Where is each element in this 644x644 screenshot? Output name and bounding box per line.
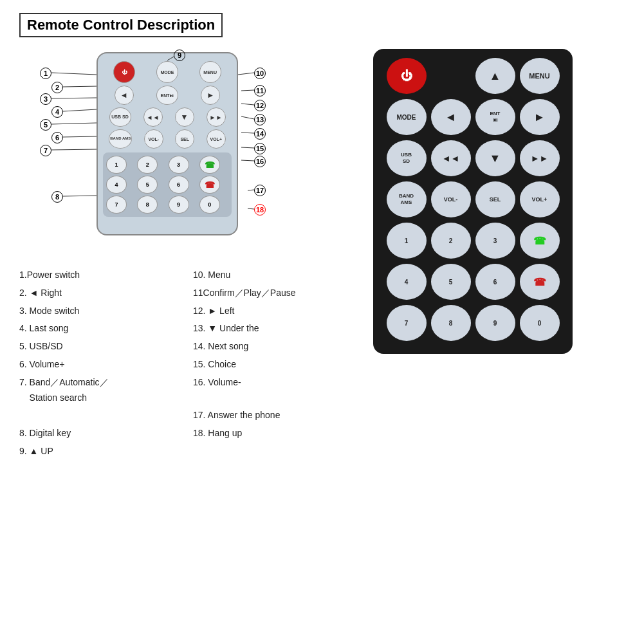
diagram-btn-5[interactable]: 5: [137, 176, 158, 194]
desc-15: 15. Choice: [193, 357, 354, 373]
real-btn-0[interactable]: 0: [520, 305, 560, 341]
diagram-volplus-btn[interactable]: VOL+: [207, 129, 226, 149]
real-sel-btn[interactable]: SEL: [475, 181, 515, 217]
diagram-btn-4[interactable]: 4: [106, 176, 127, 194]
real-answer-btn[interactable]: ☎: [520, 223, 560, 259]
callout-6: 6: [51, 131, 63, 143]
diagram-btn-6[interactable]: 6: [169, 176, 189, 194]
diagram-volminus-btn[interactable]: VOL-: [144, 129, 163, 149]
diagram-btn-8[interactable]: 8: [137, 196, 158, 214]
remote-row-3: USBSD ◄◄ ▼ ►►: [381, 140, 565, 176]
desc-17: 17. Answer the phone: [193, 408, 354, 423]
callout-8: 8: [51, 190, 63, 203]
diagram-right-btn[interactable]: ►: [201, 86, 220, 105]
left-section: ⏻ MODE MENU ◄ ENT⏯ ► USB SD ◄◄ ▼: [19, 49, 354, 459]
callout-10: 10: [254, 67, 266, 79]
descriptions: 1.Power switch 10. Menu 2. ◄ Right 11Con…: [19, 268, 354, 459]
desc-8: 8. Digital key: [19, 426, 180, 441]
real-usbsd-btn[interactable]: USBSD: [387, 140, 427, 176]
real-btn-6[interactable]: 6: [475, 264, 515, 300]
diagram-btn-2[interactable]: 2: [137, 156, 158, 174]
callout-7: 7: [40, 144, 51, 156]
remote-row-6: 4 5 6 ☎: [381, 264, 565, 300]
real-left-btn[interactable]: ◄: [431, 99, 471, 135]
real-btn-5[interactable]: 5: [431, 264, 471, 300]
real-volminus-btn[interactable]: VOL-: [431, 181, 471, 217]
desc-6: 6. Volume+: [19, 357, 180, 373]
diagram-next-btn[interactable]: ►►: [207, 107, 226, 127]
diagram-menu-btn[interactable]: MENU: [199, 61, 221, 83]
real-up-btn[interactable]: ▲: [475, 58, 515, 94]
callout-3: 3: [40, 93, 51, 105]
real-right-btn[interactable]: ►: [520, 99, 560, 135]
real-btn-8[interactable]: 8: [431, 305, 471, 341]
diagram-sel-btn[interactable]: SEL: [175, 129, 194, 149]
remote-row-4: BANDAMS VOL- SEL VOL+: [381, 181, 565, 217]
real-prev-btn[interactable]: ◄◄: [431, 140, 471, 176]
content-area: ⏻ MODE MENU ◄ ENT⏯ ► USB SD ◄◄ ▼: [19, 49, 625, 459]
real-btn-2[interactable]: 2: [431, 223, 471, 259]
diagram-mode-btn[interactable]: MODE: [156, 61, 178, 83]
real-hangup-btn[interactable]: ☎: [520, 264, 560, 300]
diagram-btn-7[interactable]: 7: [106, 196, 127, 214]
desc-3: 3. Mode switch: [19, 304, 180, 319]
desc-11: 11Confirm／Play／Pause: [193, 286, 354, 301]
diagram-btn-3[interactable]: 3: [169, 156, 189, 174]
callout-5: 5: [40, 118, 51, 131]
callout-11: 11: [254, 84, 266, 97]
diagram-prev-btn[interactable]: ◄◄: [143, 107, 163, 127]
desc-10: 10. Menu: [193, 268, 354, 283]
desc-14: 14. Next song: [193, 339, 354, 354]
svg-line-9: [248, 208, 254, 209]
diagram-area: ⏻ MODE MENU ◄ ENT⏯ ► USB SD ◄◄ ▼: [39, 49, 309, 255]
real-menu-btn[interactable]: MENU: [520, 58, 560, 94]
diagram-btn-0[interactable]: 0: [199, 196, 220, 214]
diagram-down-btn[interactable]: ▼: [175, 107, 194, 127]
desc-4: 4. Last song: [19, 321, 180, 336]
remote-row-5: 1 2 3 ☎: [381, 223, 565, 259]
callout-9: 9: [174, 49, 185, 61]
diagram-btn-9[interactable]: 9: [169, 196, 189, 214]
svg-line-12: [51, 98, 97, 98]
diagram-answer-btn[interactable]: ☎: [199, 156, 220, 174]
page-title: Remote Control Description: [19, 13, 223, 37]
real-btn-9[interactable]: 9: [475, 305, 515, 341]
real-band-btn[interactable]: BANDAMS: [387, 181, 427, 217]
diagram-usbsd-btn[interactable]: USB SD: [109, 107, 131, 127]
svg-line-3: [241, 104, 254, 105]
callout-1: 1: [40, 67, 51, 79]
remote-row-7: 7 8 9 0: [381, 305, 565, 341]
real-volplus-btn[interactable]: VOL+: [520, 181, 560, 217]
svg-line-8: [248, 190, 254, 190]
diagram-btn-1[interactable]: 1: [106, 156, 127, 174]
diagram-left-btn[interactable]: ◄: [115, 86, 134, 105]
real-ent-btn[interactable]: ENT⏯: [475, 99, 515, 135]
diagram-power-btn[interactable]: ⏻: [113, 61, 135, 83]
diagram-band-btn[interactable]: BAND AMS: [109, 129, 132, 149]
real-btn-1[interactable]: 1: [387, 223, 427, 259]
desc-9: 9. ▲ UP: [19, 444, 180, 459]
svg-line-5: [241, 133, 254, 133]
svg-line-7: [241, 160, 254, 161]
desc-1: 1.Power switch: [19, 268, 180, 283]
diagram-ent-btn[interactable]: ENT⏯: [156, 86, 178, 105]
remote-row-1: ⏻ ▲ MENU: [381, 58, 565, 94]
svg-line-16: [51, 149, 97, 150]
real-mode-btn[interactable]: MODE: [387, 99, 427, 135]
svg-line-2: [241, 90, 254, 91]
callout-14: 14: [254, 127, 266, 140]
real-remote: ⏻ ▲ MENU MODE ◄ ENT⏯ ► USBSD ◄◄ ▼: [373, 49, 573, 354]
svg-line-11: [63, 86, 97, 87]
real-btn-4[interactable]: 4: [387, 264, 427, 300]
real-next-btn[interactable]: ►►: [520, 140, 560, 176]
desc-16: 16. Volume-: [193, 375, 354, 406]
diagram-hangup-btn[interactable]: ☎: [199, 176, 220, 194]
callout-18: 18: [254, 203, 266, 216]
real-btn-7[interactable]: 7: [387, 305, 427, 341]
svg-line-6: [241, 147, 254, 148]
desc-2: 2. ◄ Right: [19, 286, 180, 301]
real-power-btn[interactable]: ⏻: [387, 58, 427, 94]
real-down-btn[interactable]: ▼: [475, 140, 515, 176]
remote-row-2: MODE ◄ ENT⏯ ►: [381, 99, 565, 135]
real-btn-3[interactable]: 3: [475, 223, 515, 259]
